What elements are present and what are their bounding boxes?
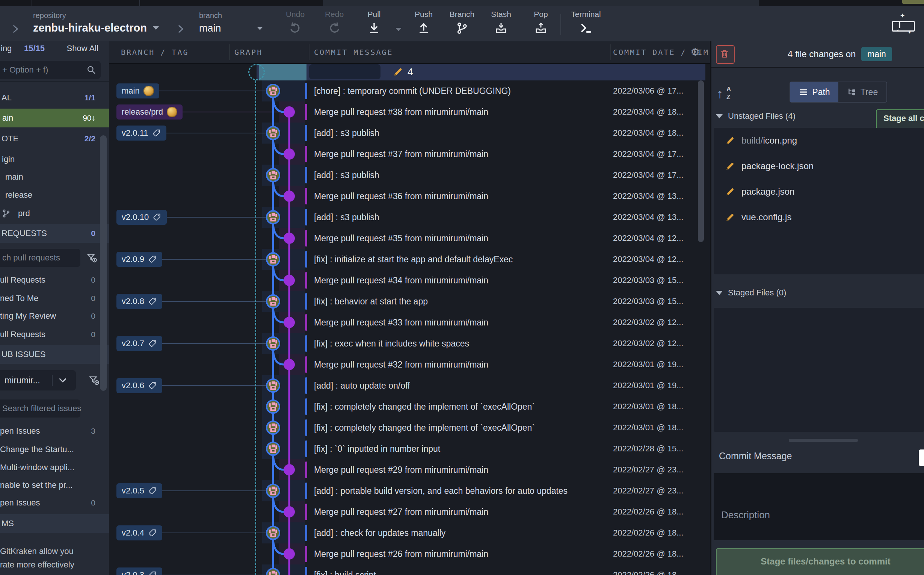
branch-button[interactable]: Branch xyxy=(441,10,483,35)
commit-row[interactable]: [fix] : completely changed the implement… xyxy=(109,396,710,417)
commit-row[interactable]: [add] : auto update on/off2022/03/01 @ 1… xyxy=(109,375,710,396)
file-row-package-lock.json[interactable]: package-lock.json xyxy=(714,153,924,179)
commit-row[interactable]: [add] : portable build version, and each… xyxy=(109,480,710,501)
sidebar-item-al[interactable]: AL1/1 xyxy=(0,88,109,107)
commit-row[interactable]: [add] : s3 publish2022/03/04 @ 13...v2.0… xyxy=(109,207,710,228)
sidebar-item-pen-issues[interactable]: pen Issues0 xyxy=(0,494,109,512)
sidebar-item-ote[interactable]: OTE2/2 xyxy=(0,129,109,148)
sidebar-item-release[interactable]: release xyxy=(0,186,109,205)
branch-filter-input[interactable]: + Option + f) xyxy=(0,61,101,79)
sidebar-item-ull-requests[interactable]: ull Requests0 xyxy=(0,271,109,289)
commit-button[interactable]: Stage files/changes to commit xyxy=(716,548,924,575)
sort-az-icon[interactable]: ↑AZ xyxy=(717,84,735,105)
stash-button[interactable]: Stash xyxy=(480,10,522,35)
commit-row[interactable]: Merge pull request #32 from mirumirumi/m… xyxy=(109,354,710,375)
focus-view-icon[interactable]: ✦✦✕ xyxy=(891,14,916,35)
column-divider[interactable] xyxy=(309,44,309,60)
column-commit-message[interactable]: COMMIT MESSAGE xyxy=(314,41,393,63)
branch-pill-main[interactable]: main xyxy=(116,83,159,98)
staged-files-header[interactable]: Staged Files (0) xyxy=(716,288,786,298)
sidebar-item-ain[interactable]: ain90↓ xyxy=(0,109,109,127)
sidebar-item-ms[interactable]: MS xyxy=(0,514,109,533)
pull-button[interactable]: Pull xyxy=(353,10,395,35)
tag-pill-v2.0.10[interactable]: v2.0.10 xyxy=(116,210,167,225)
commit-row[interactable]: Merge pull request #26 from mirumirumi/m… xyxy=(109,543,710,564)
commit-row[interactable]: [fix] : exec when it includes white spac… xyxy=(109,333,710,354)
gear-icon[interactable]: ⚙ xyxy=(690,41,700,63)
tag-pill-v2.0.11[interactable]: v2.0.11 xyxy=(116,125,166,141)
unstaged-files-header[interactable]: Unstaged Files (4) xyxy=(716,111,796,121)
sidebar-scrollbar[interactable] xyxy=(100,135,107,391)
column-divider[interactable] xyxy=(610,44,611,60)
commit-row[interactable]: [fix] : behavior at start the app2022/03… xyxy=(109,291,710,312)
push-button[interactable]: Push xyxy=(403,10,444,35)
commit-row[interactable]: Merge pull request #27 from mirumirumi/m… xyxy=(109,501,710,523)
terminal-button[interactable]: Terminal xyxy=(565,10,607,35)
commit-row[interactable]: [fix] : initialize at start the app and … xyxy=(109,249,710,270)
commit-row[interactable]: Merge pull request #36 from mirumirumi/m… xyxy=(109,186,710,207)
sidebar-item-igin[interactable]: igin xyxy=(0,150,109,169)
tag-pill-v2.0.3[interactable]: v2.0.3 xyxy=(116,567,162,575)
repository-selector[interactable]: zenbu-hiraku-electron xyxy=(33,22,159,34)
redo-button[interactable]: Redo xyxy=(314,10,355,35)
undo-button[interactable]: Undo xyxy=(274,10,316,35)
commit-row[interactable]: [add] : s3 publish2022/03/04 @ 18...v2.0… xyxy=(109,122,710,144)
tag-pill-v2.0.4[interactable]: v2.0.4 xyxy=(116,526,162,540)
tag-pill-v2.0.8[interactable]: v2.0.8 xyxy=(116,294,162,309)
filter-add-icon[interactable] xyxy=(86,252,98,264)
issues-filter-dropdown[interactable]: mirumir... xyxy=(0,370,76,391)
toggle-path[interactable]: Path xyxy=(790,82,838,102)
tag-pill-v2.0.5[interactable]: v2.0.5 xyxy=(116,483,162,498)
commit-row[interactable]: Merge pull request #37 from mirumirumi/m… xyxy=(109,144,710,165)
sidebar-item-nable-to-set-the-pr-[interactable]: nable to set the pr... xyxy=(0,476,109,495)
sidebar-item-requests[interactable]: REQUESTS0 xyxy=(0,224,109,243)
column-branch-tag[interactable]: BRANCH / TAG xyxy=(121,41,189,63)
graph-scrollbar[interactable] xyxy=(698,80,704,242)
commit-row[interactable]: [fix] : completely changed the implement… xyxy=(109,417,710,438)
branch-pill-release-prd[interactable]: release/prd xyxy=(116,105,182,119)
pop-button[interactable]: Pop xyxy=(520,10,561,35)
file-row-vue.config.js[interactable]: vue.config.js xyxy=(714,205,924,230)
wip-row[interactable]: 4 xyxy=(257,63,705,80)
tag-pill-v2.0.9[interactable]: v2.0.9 xyxy=(116,252,162,267)
filter-add-icon[interactable] xyxy=(89,375,100,386)
show-all-link[interactable]: Show All xyxy=(67,44,98,53)
tag-pill-v2.0.7[interactable]: v2.0.7 xyxy=(116,336,162,351)
column-divider[interactable] xyxy=(229,44,230,60)
file-row-package.json[interactable]: package.json xyxy=(714,179,924,205)
commit-row[interactable]: [chore] : temporary commit (UNDER DEBUGG… xyxy=(109,80,710,102)
commit-row[interactable]: Merge pull request #35 from mirumirumi/m… xyxy=(109,228,710,249)
tag-pill-v2.0.6[interactable]: v2.0.6 xyxy=(116,378,162,393)
wip-node[interactable] xyxy=(248,64,265,80)
commit-row[interactable]: [add] : check for updates manually2022/0… xyxy=(109,523,710,543)
sidebar-item-ting-my-review[interactable]: ting My Review0 xyxy=(0,307,109,326)
sidebar-item-ull-requests[interactable]: ull Requests0 xyxy=(0,325,109,344)
commit-row[interactable]: Merge pull request #29 from mirumirumi/m… xyxy=(109,459,710,480)
sidebar-item-change-the-startu-[interactable]: Change the Startu... xyxy=(0,440,109,459)
sidebar-item-multi-window-appli-[interactable]: Multi-window appli... xyxy=(0,458,109,477)
stage-all-button[interactable]: Stage all ch xyxy=(876,110,924,129)
sidebar-item-ub-issues[interactable]: UB ISSUES xyxy=(0,345,109,364)
file-row-icon.png[interactable]: build/icon.png xyxy=(714,128,924,153)
column-graph[interactable]: GRAPH xyxy=(235,41,263,63)
tag-icon xyxy=(148,486,157,495)
commit-row[interactable]: [fix] : build script2022/02/26 @ 18...v2… xyxy=(109,564,710,575)
commit-message-input[interactable]: Description xyxy=(714,473,924,540)
sidebar-item-ned-to-me[interactable]: ned To Me0 xyxy=(0,289,109,308)
trash-icon[interactable] xyxy=(716,45,735,64)
commit-row[interactable]: Merge pull request #34 from mirumirumi/m… xyxy=(109,270,710,291)
sidebar-item-prd[interactable]: prd xyxy=(0,204,109,223)
sidebar-search-input[interactable]: Search filtered issues xyxy=(0,399,80,418)
sidebar-item-main[interactable]: main xyxy=(0,168,109,186)
commit-options-checkbox[interactable] xyxy=(919,450,924,466)
sidebar-search-input[interactable]: ch pull requests xyxy=(0,249,80,267)
branch-selector[interactable]: main xyxy=(199,22,263,34)
commit-row[interactable]: [add] : s3 publish2022/03/04 @ 17... xyxy=(109,165,710,186)
sidebar-item-pen-issues[interactable]: pen Issues3 xyxy=(0,422,109,440)
commit-row[interactable]: Merge pull request #33 from mirumirumi/m… xyxy=(109,312,710,333)
drag-handle[interactable] xyxy=(789,439,858,442)
commit-row[interactable]: [fix] : `0` inputted in number input2022… xyxy=(109,438,710,459)
commit-row[interactable]: Merge pull request #38 from mirumirumi/m… xyxy=(109,102,710,122)
active-tab[interactable] xyxy=(323,0,759,6)
toggle-tree[interactable]: Tree xyxy=(838,82,886,102)
